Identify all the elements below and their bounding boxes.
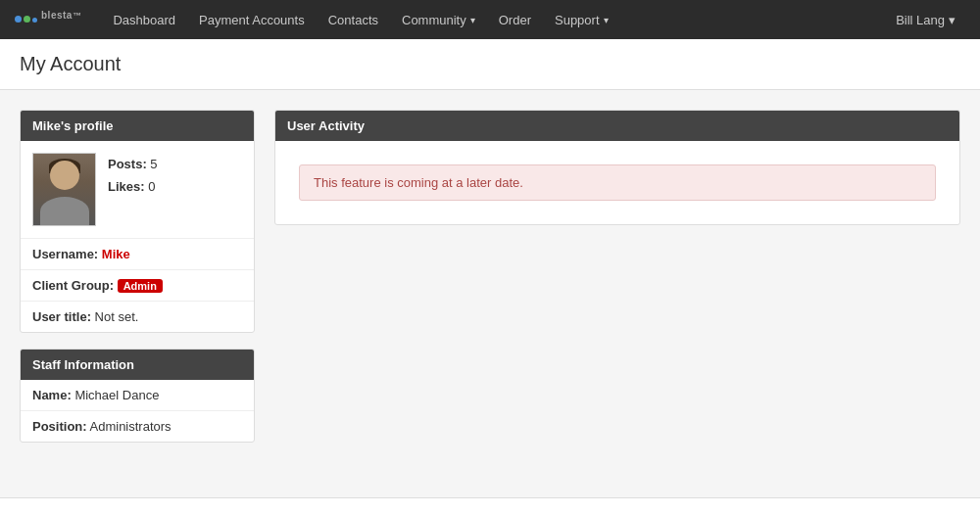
activity-alert: This feature is coming at a later date. — [299, 164, 936, 201]
staff-name-field: Name: Michael Dance — [21, 380, 254, 411]
client-group-badge: Admin — [118, 279, 163, 293]
likes-value: 0 — [148, 179, 155, 194]
client-group-field: Client Group: Admin — [21, 270, 254, 302]
support-dropdown-arrow: ▾ — [604, 15, 609, 25]
nav-order[interactable]: Order — [487, 0, 543, 39]
nav-community[interactable]: Community ▾ — [390, 0, 487, 39]
community-dropdown-arrow: ▾ — [470, 15, 475, 25]
posts-label: Posts: — [108, 157, 147, 171]
staff-name-value: Michael Dance — [74, 388, 159, 402]
activity-panel-body: This feature is coming at a later date. — [275, 141, 959, 224]
user-title-label: User title: — [32, 309, 91, 324]
staff-position-value: Administrators — [90, 419, 172, 434]
staff-panel: Staff Information Name: Michael Dance Po… — [20, 349, 255, 443]
staff-name-label: Name: — [32, 388, 72, 402]
staff-fields: Name: Michael Dance Position: Administra… — [21, 380, 254, 442]
activity-panel: User Activity This feature is coming at … — [274, 110, 960, 225]
activity-panel-header: User Activity — [275, 111, 959, 141]
nav-payment-accounts[interactable]: Payment Accounts — [187, 0, 317, 39]
avatar-image — [33, 153, 95, 226]
main-nav: Dashboard Payment Accounts Contacts Comm… — [101, 0, 619, 39]
username-field: Username: Mike — [21, 239, 254, 270]
client-group-label: Client Group: — [32, 278, 114, 293]
username-value: Mike — [102, 247, 130, 261]
nav-dashboard[interactable]: Dashboard — [101, 0, 187, 39]
likes-label: Likes: — [108, 179, 145, 194]
logo[interactable]: blesta™ — [15, 10, 81, 28]
left-column: Mike's profile Posts: 5 Likes: — [20, 110, 255, 458]
user-menu[interactable]: Bill Lang ▾ — [886, 0, 965, 39]
right-column: User Activity This feature is coming at … — [274, 110, 960, 241]
main-content: Mike's profile Posts: 5 Likes: — [0, 90, 980, 478]
profile-panel: Mike's profile Posts: 5 Likes: — [20, 110, 255, 333]
page-header: My Account — [0, 39, 980, 90]
staff-position-field: Position: Administrators — [21, 411, 254, 442]
page-footer: Powered by Blesta, © Phillips Data, Inc. — [0, 497, 980, 515]
profile-fields: Username: Mike Client Group: Admin User … — [21, 239, 254, 332]
username-label: Username: — [32, 247, 98, 261]
profile-top: Posts: 5 Likes: 0 — [21, 141, 254, 239]
profile-stats: Posts: 5 Likes: 0 — [108, 153, 158, 199]
user-title-field: User title: Not set. — [21, 302, 254, 332]
nav-support[interactable]: Support ▾ — [543, 0, 620, 39]
logo-dots — [15, 16, 37, 23]
profile-panel-header: Mike's profile — [21, 111, 254, 141]
staff-position-label: Position: — [32, 419, 87, 434]
user-title-value: Not set. — [95, 309, 139, 324]
activity-message: This feature is coming at a later date. — [314, 175, 523, 190]
avatar-head — [50, 161, 79, 190]
user-nav: Bill Lang ▾ — [886, 0, 965, 39]
likes-stat: Likes: 0 — [108, 175, 158, 198]
user-name: Bill Lang — [896, 13, 945, 27]
avatar-body — [40, 197, 89, 226]
logo-text: blesta™ — [41, 10, 81, 28]
posts-stat: Posts: 5 — [108, 153, 158, 175]
top-nav: blesta™ Dashboard Payment Accounts Conta… — [0, 0, 980, 39]
staff-panel-header: Staff Information — [21, 350, 254, 380]
nav-contacts[interactable]: Contacts — [317, 0, 390, 39]
page-title: My Account — [20, 53, 960, 75]
user-menu-arrow: ▾ — [949, 13, 956, 27]
posts-value: 5 — [150, 157, 157, 171]
avatar — [32, 153, 96, 226]
